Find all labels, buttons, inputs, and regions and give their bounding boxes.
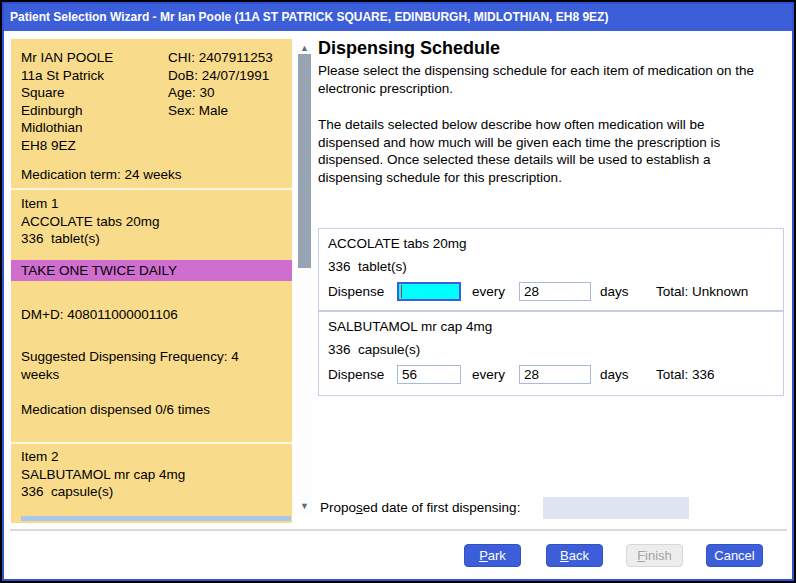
patient-age: Age: 30 [168,84,273,102]
dispense-amount-input[interactable] [397,365,461,384]
back-button[interactable]: Back [546,544,603,567]
schedule-drug-name: ACCOLATE tabs 20mg [328,236,467,251]
item1-dispensed-count: Medication dispensed 0/6 times [21,401,210,419]
every-days-input[interactable] [519,365,591,384]
cancel-button[interactable]: Cancel [706,544,763,567]
schedule-controls-row: Dispense every days Total: 336 [319,364,783,388]
schedule-drug-name: SALBUTAMOL mr cap 4mg [328,319,492,334]
section-divider [11,442,292,444]
dispense-amount-input[interactable] [397,282,461,301]
total-value: Total: Unknown [656,284,748,299]
item2-drug: SALBUTAMOL mr cap 4mg [21,466,185,484]
scroll-up-icon[interactable]: ▲ [296,42,313,54]
footer-separator [10,529,787,531]
days-label: days [600,284,629,299]
schedule-item-salbutamol: SALBUTAMOL mr cap 4mg 336 capsule(s) Dis… [318,311,784,396]
proposed-date-label: Proposed date of first dispensing: [320,500,520,515]
item1-title: Item 1 [21,195,160,213]
schedule-quantity: 336 capsule(s) [328,342,420,357]
item1-dmd-code: DM+D: 408011000001106 [21,306,178,324]
description-text: The details selected below describe how … [318,116,758,186]
item1-suggested-frequency: Suggested Dispensing Frequency: 4 weeks [21,348,271,383]
patient-summary-panel: Mr IAN POOLE 11a St Patrick Square Edinb… [11,39,292,523]
item1-quantity: 336 tablet(s) [21,230,160,248]
finish-button[interactable]: Finish [626,544,683,567]
every-days-input[interactable] [519,282,591,301]
patient-demographics: CHI: 2407911253 DoB: 24/07/1991 Age: 30 … [168,49,273,119]
address-line: Square [21,84,113,102]
dispense-label: Dispense [328,367,384,382]
scrollbar-thumb[interactable] [298,54,311,268]
patient-sex: Sex: Male [168,102,273,120]
address-line: Edinburgh [21,102,113,120]
park-button[interactable]: Park [464,544,521,567]
dispense-label: Dispense [328,284,384,299]
patient-name-address: Mr IAN POOLE 11a St Patrick Square Edinb… [21,49,113,154]
section-divider [11,188,292,190]
patient-dob: DoB: 24/07/1991 [168,67,273,85]
item2-summary: Item 2 SALBUTAMOL mr cap 4mg 336 capsule… [21,448,185,501]
every-label: every [472,284,505,299]
intro-text: Please select the dispensing schedule fo… [318,62,758,97]
address-line: EH8 9EZ [21,137,113,155]
item-selection-strip [21,516,291,521]
address-line: Midlothian [21,119,113,137]
patient-name: Mr IAN POOLE [21,49,113,67]
item2-quantity: 336 capsule(s) [21,483,185,501]
every-label: every [472,367,505,382]
schedule-item-accolate: ACCOLATE tabs 20mg 336 tablet(s) Dispens… [318,228,784,311]
days-label: days [600,367,629,382]
item1-directions-highlight: TAKE ONE TWICE DAILY [11,260,292,281]
schedule-quantity: 336 tablet(s) [328,259,407,274]
proposed-date-input[interactable] [543,497,689,519]
text-cursor [401,285,402,298]
patient-panel-scrollbar[interactable]: ▲ ▼ [296,39,313,515]
title-bar: Patient Selection Wizard - Mr Ian Poole … [4,4,792,31]
item1-drug: ACCOLATE tabs 20mg [21,213,160,231]
item2-title: Item 2 [21,448,185,466]
page-title: Dispensing Schedule [318,38,500,59]
scroll-down-icon[interactable]: ▼ [296,500,313,512]
total-value: Total: 336 [656,367,715,382]
item1-summary: Item 1 ACCOLATE tabs 20mg 336 tablet(s) [21,195,160,248]
window-title: Patient Selection Wizard - Mr Ian Poole … [10,10,608,24]
address-line: 11a St Patrick [21,67,113,85]
medication-term: Medication term: 24 weeks [21,166,182,184]
schedule-controls-row: Dispense every days Total: Unknown [319,281,783,305]
patient-chi: CHI: 2407911253 [168,49,273,67]
